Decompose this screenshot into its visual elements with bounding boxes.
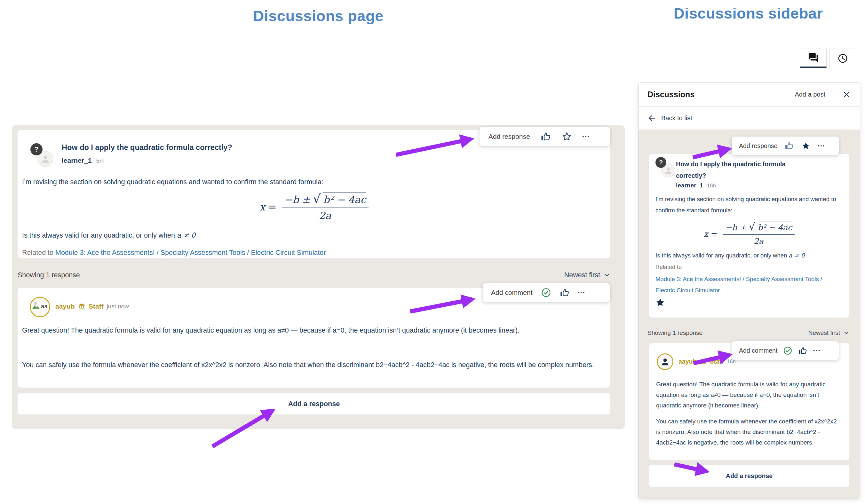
forum-icon (808, 52, 819, 63)
clock-icon (837, 53, 849, 64)
discussions-sidebar-panel: Discussions Add a post Back to list ? Ho… (638, 82, 860, 499)
back-to-list-button[interactable]: Back to list (638, 106, 860, 130)
response-actions-toolbar: Add comment ••• (732, 341, 839, 360)
post-actions-toolbar: Add response ••• (480, 127, 610, 146)
back-to-list-label: Back to list (661, 115, 692, 122)
overflow-menu-icon[interactable]: ••• (818, 143, 825, 148)
responses-header-row: Showing 1 response Newest first (647, 327, 850, 339)
related-label: Related to (22, 249, 55, 257)
responses-header-row: Showing 1 response Newest first (18, 269, 610, 281)
quadratic-formula: x = −b ±√b² − 4ac 2a (649, 222, 849, 246)
post-title: How do I apply the quadratic formula cor… (62, 143, 232, 152)
add-a-response-label: Add a response (288, 400, 340, 408)
post-actions-toolbar: Add response ••• (732, 137, 839, 155)
add-response-button[interactable]: Add response (488, 133, 530, 140)
response-author-row: aayub Staff just now (55, 303, 129, 310)
like-icon[interactable] (784, 141, 794, 151)
response-author[interactable]: aayub (679, 358, 696, 365)
staff-role-label: Staff (710, 358, 723, 365)
person-icon (660, 357, 670, 366)
response-actions-toolbar: Add comment ••• (483, 283, 610, 302)
add-comment-button[interactable]: Add comment (491, 289, 533, 296)
post-author-row: learner_1 5m (62, 157, 105, 164)
add-comment-button[interactable]: Add comment (739, 347, 777, 354)
showing-responses-label: Showing 1 response (18, 271, 80, 279)
post-validity-question: Is this always valid for any quadratic, … (656, 250, 805, 261)
post-validity-question: Is this always valid for any quadratic, … (22, 230, 195, 241)
response-card: aa aayub Staff just now Great question! … (18, 288, 610, 388)
quadratic-formula: x = −b ±√b² − 4ac 2a (18, 192, 610, 221)
related-row: Related to Module 3: Ace the Assessments… (22, 249, 326, 257)
post-author[interactable]: learner_1 (62, 157, 92, 164)
sort-dropdown[interactable]: Newest first (564, 271, 610, 279)
add-a-response-bar[interactable]: Add a response (18, 393, 610, 414)
star-filled-icon[interactable] (655, 297, 666, 309)
response-time: just now (106, 303, 129, 310)
arrow-left-icon (647, 114, 656, 122)
screenshot-canvas: Discussions page Discussions sidebar ? H… (0, 0, 865, 504)
showing-responses-label: Showing 1 response (647, 329, 703, 337)
question-post-icon: ? (31, 143, 43, 155)
post-body-intro: I’m revising the section on solving quad… (22, 177, 576, 187)
sidebar-title: Discussions (647, 90, 795, 99)
person-icon (664, 166, 673, 175)
sidebar-header: Discussions Add a post (638, 83, 860, 106)
sidebar-content: ? How do I apply the quadratic formula c… (638, 130, 860, 499)
star-filled-icon[interactable] (801, 141, 811, 151)
post-time: 5m (96, 157, 104, 164)
post-time: 16h (707, 183, 716, 189)
related-label: Related to (656, 264, 682, 271)
add-response-button[interactable]: Add response (739, 142, 777, 150)
response-card: aayub Staff 16h Great question! The quad… (649, 343, 849, 460)
post-card: ? How do I apply the quadratic formula c… (18, 130, 610, 258)
chevron-down-icon (843, 330, 850, 336)
sort-dropdown[interactable]: Newest first (808, 329, 850, 337)
staff-badge-icon (700, 358, 706, 365)
response-paragraph: Great question! The quadratic formula is… (656, 379, 840, 411)
response-author-row: aayub Staff 16h (679, 358, 736, 365)
like-icon[interactable] (798, 346, 807, 355)
staff-badge-icon (78, 303, 85, 310)
question-post-icon: ? (656, 157, 666, 168)
endorse-check-icon[interactable] (783, 346, 792, 355)
response-author[interactable]: aayub (55, 303, 75, 310)
tab-discussions[interactable] (800, 49, 827, 68)
discussions-page-panel: ? How do I apply the quadratic formula c… (12, 125, 625, 429)
sidebar-view-title: Discussions sidebar (636, 4, 861, 22)
like-icon[interactable] (560, 288, 570, 298)
add-a-response-label: Add a response (726, 472, 773, 480)
add-a-response-bar[interactable]: Add a response (649, 465, 849, 487)
post-card: ? How do I apply the quadratic formula c… (649, 154, 849, 318)
overflow-menu-icon[interactable]: ••• (583, 134, 590, 139)
header-divider (834, 89, 834, 101)
post-author[interactable]: learner_1 (676, 182, 703, 189)
response-paragraph: Great question! The quadratic formula is… (22, 326, 595, 336)
avatar-text: aa (41, 303, 48, 310)
post-author-row: learner_1 16h (676, 182, 716, 189)
chevron-down-icon (603, 271, 610, 279)
tab-recent-activity[interactable] (829, 49, 856, 68)
staff-avatar: aa (30, 297, 50, 317)
response-paragraph: You can safely use the formula whenever … (656, 416, 840, 448)
related-unit-link[interactable]: Module 3: Ace the Assessments! / Special… (55, 249, 326, 257)
staff-avatar (657, 353, 673, 370)
overflow-menu-icon[interactable]: ••• (813, 348, 821, 353)
add-a-post-button[interactable]: Add a post (795, 91, 825, 98)
person-icon (40, 154, 50, 164)
related-unit-link[interactable]: Module 3: Ace the Assessments! / Special… (656, 273, 837, 296)
star-outline-icon[interactable] (562, 131, 572, 142)
endorse-check-icon[interactable] (541, 288, 551, 298)
response-paragraph: You can safely use the formula whenever … (22, 360, 595, 370)
close-icon[interactable] (842, 90, 851, 99)
staff-role-label: Staff (89, 303, 104, 310)
page-title: Discussions page (12, 7, 625, 25)
overflow-menu-icon[interactable]: ••• (578, 290, 586, 295)
post-body-intro: I’m revising the section on solving quad… (656, 194, 840, 216)
like-icon[interactable] (540, 131, 551, 142)
post-title: How do I apply the quadratic formula cor… (676, 158, 805, 181)
